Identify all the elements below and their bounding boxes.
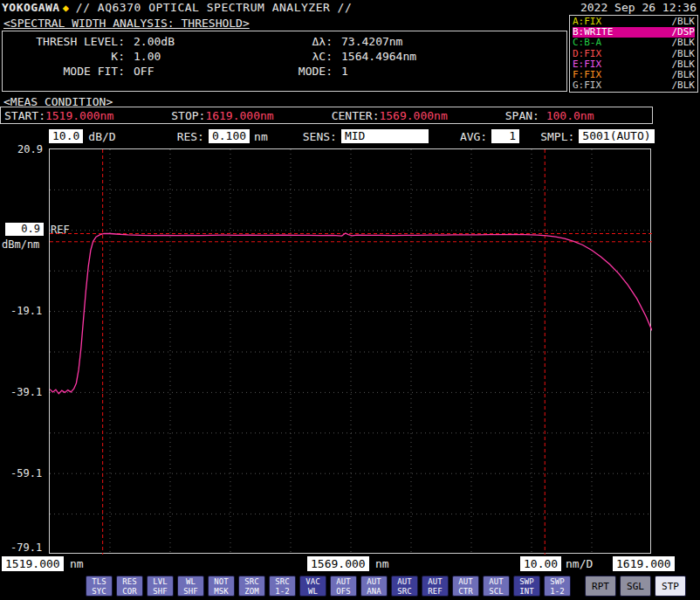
yaxis-top-label: 20.9: [17, 143, 43, 155]
button-label: AUT: [422, 577, 448, 587]
button-label: REF: [422, 587, 448, 597]
resolution-unit: nm: [254, 130, 268, 143]
analysis-panel-title: <SPECTRAL WIDTH ANALYSIS: THRESHOLD>: [3, 17, 250, 30]
header-bar: YOKOGAWA ◆ // AQ6370 OPTICAL SPECTRUM AN…: [0, 0, 700, 15]
brand-diamond-icon: ◆: [63, 2, 69, 14]
trace-row-c[interactable]: C:B-A /BLK: [573, 38, 695, 48]
aut-scl-button[interactable]: AUTSCL: [483, 576, 510, 597]
sensitivity-field[interactable]: MID: [341, 129, 429, 143]
aut-src-button[interactable]: AUTSRC: [391, 576, 418, 597]
src-zom-button[interactable]: SRCZOM: [238, 576, 265, 597]
mode-label: MODE:: [263, 64, 341, 79]
yaxis-label: -79.1: [10, 541, 42, 554]
chart-area: 20.9 0.9 REF dBm/nm -19.1 -39.1 -59.1 -7…: [0, 148, 700, 555]
aut-ofs-button[interactable]: AUTOFS: [330, 576, 357, 597]
sampling-label: SMPL:: [540, 130, 574, 143]
stop-wavelength: STOP:1619.000nm: [171, 109, 273, 122]
resolution-field[interactable]: 0.100: [209, 129, 250, 143]
button-label: WL: [300, 587, 326, 597]
repeat-sweep-button[interactable]: RPT: [585, 576, 616, 597]
button-label: NOT: [209, 577, 234, 587]
trace-status: /BLK: [672, 80, 696, 91]
button-label: AUT: [331, 577, 356, 587]
xaxis-start-unit: nm: [70, 556, 84, 571]
start-label: START:: [4, 109, 45, 122]
analysis-row: K: 1.00 λC: 1564.4964nm: [3, 49, 566, 64]
button-label: SRC: [270, 577, 295, 587]
sensitivity-label: SENS:: [303, 130, 337, 143]
button-label: VAC: [300, 577, 326, 587]
ref-level-field: 0.9: [5, 223, 44, 236]
trace-status: /BLK: [672, 49, 696, 59]
span-label: SPAN:: [505, 109, 539, 122]
analysis-row: THRESH LEVEL: 2.00dB Δλ: 73.4207nm: [3, 34, 566, 49]
average-field[interactable]: 1: [491, 129, 519, 143]
single-sweep-button[interactable]: SGL: [620, 576, 651, 597]
tls-syc-button[interactable]: TLSSYC: [86, 576, 113, 597]
span-setting: SPAN: 100.0nm: [505, 109, 594, 122]
stop-sweep-button[interactable]: STP: [655, 576, 686, 597]
button-label: SHF: [178, 587, 203, 597]
button-label: SWP: [514, 577, 539, 587]
button-label: SWP: [545, 577, 570, 587]
yaxis-label: -39.1: [10, 386, 42, 398]
xaxis-center-field: 1569.000: [307, 556, 369, 571]
stop-label: STOP:: [171, 109, 205, 122]
xaxis-div-unit: nm/D: [566, 556, 593, 571]
level-scale-unit: dB/D: [88, 130, 115, 143]
stop-value: 1619.000nm: [205, 109, 273, 122]
button-label: WL: [178, 577, 203, 587]
button-label: ZOM: [239, 587, 264, 597]
resolution-label: RES:: [177, 130, 204, 143]
center-label: CENTER:: [332, 109, 380, 122]
button-label: LVL: [148, 577, 173, 587]
button-label: RES: [117, 577, 142, 587]
mode-fit-value: OFF: [134, 64, 263, 79]
spectrum-plot-svg: [50, 149, 652, 555]
aut-ctr-button[interactable]: AUTCTR: [452, 576, 479, 597]
not-msk-button[interactable]: NOTMSK: [208, 576, 235, 597]
osa-screen: YOKOGAWA ◆ // AQ6370 OPTICAL SPECTRUM AN…: [0, 0, 700, 600]
app-title: // AQ6370 OPTICAL SPECTRUM ANALYZER //: [76, 1, 580, 14]
level-scale-field[interactable]: 10.0: [49, 129, 83, 143]
trace-status: /BLK: [672, 38, 696, 48]
yaxis-unit-label: dBm/nm: [2, 238, 39, 251]
button-label: SRC: [239, 577, 264, 587]
lvl-shf-button[interactable]: LVLSHF: [147, 576, 174, 597]
yaxis-label: -59.1: [10, 467, 42, 479]
button-label: ANA: [361, 587, 387, 597]
k-value: 1.00: [134, 49, 263, 64]
trace-legend-panel: A:FIX /BLK B:WRITE /DSP C:B-A /BLK D:FIX…: [569, 15, 698, 93]
trace-name: D:FIX: [573, 49, 601, 59]
button-label: AUT: [392, 577, 417, 587]
button-label: TLS: [86, 577, 112, 587]
swp-1-2-button[interactable]: SWP1-2: [544, 576, 571, 597]
xaxis-bar: 1519.000 nm 1569.000 nm 10.00 nm/D 1619.…: [0, 556, 700, 572]
brand-logo: YOKOGAWA: [2, 1, 60, 14]
button-label: INT: [514, 587, 539, 597]
src-1-2-button[interactable]: SRC1-2: [269, 576, 296, 597]
button-label: CTR: [453, 587, 478, 597]
average-label: AVG:: [460, 130, 487, 143]
res-cor-button[interactable]: RESCOR: [116, 576, 143, 597]
k-label: K:: [3, 49, 134, 64]
lambda-c-value: 1564.4964nm: [341, 49, 566, 64]
button-label: SCL: [484, 587, 509, 597]
xaxis-stop-field: 1619.000: [613, 556, 675, 571]
aut-ana-button[interactable]: AUTANA: [360, 576, 388, 597]
button-label: 1-2: [545, 587, 570, 597]
wl-shf-button[interactable]: WLSHF: [177, 576, 204, 597]
xaxis-center-unit: nm: [375, 556, 389, 571]
yaxis-label: -19.1: [10, 305, 42, 317]
center-wavelength: CENTER:1569.000nm: [332, 109, 448, 122]
trace-row-d[interactable]: D:FIX /BLK: [573, 49, 695, 59]
swp-int-button[interactable]: SWPINT: [513, 576, 540, 597]
vac-wl-button[interactable]: VACWL: [299, 576, 326, 597]
start-value: 1519.000nm: [45, 109, 113, 122]
sampling-field[interactable]: 5001(AUTO): [579, 129, 654, 143]
spectrum-plot: [49, 148, 651, 554]
span-value: 100.0nm: [539, 109, 594, 122]
trace-row-g[interactable]: G:FIX /BLK: [573, 80, 695, 91]
analysis-row: MODE FIT: OFF MODE: 1: [3, 64, 566, 79]
aut-ref-button[interactable]: AUTREF: [422, 576, 449, 597]
